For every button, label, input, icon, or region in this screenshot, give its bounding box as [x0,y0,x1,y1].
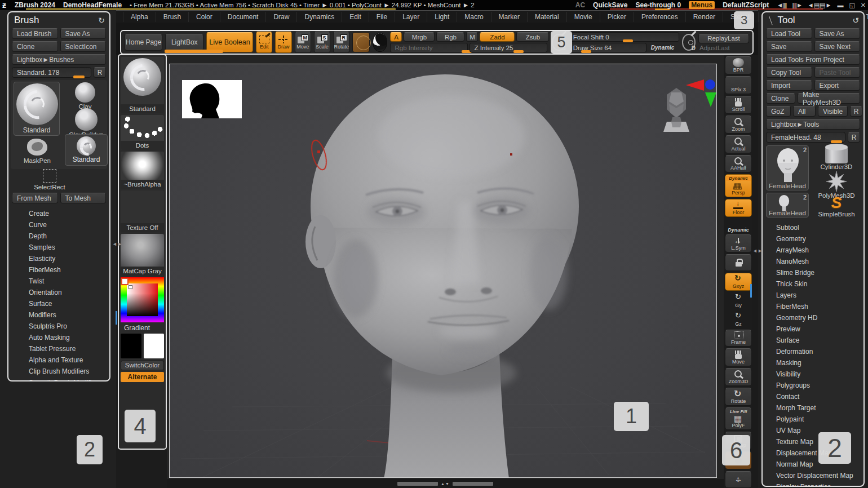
brush-section-item[interactable]: FiberMesh [8,264,109,276]
zsub-toggle[interactable]: Zsub [516,32,549,42]
brush-item-slider-handle[interactable] [73,76,85,78]
brush-r-button[interactable]: R [94,67,106,78]
right-shelf-button[interactable]: Frame [725,330,752,347]
save-tool-button[interactable]: Save [766,41,812,52]
menu-item[interactable]: Marker [491,12,527,22]
next-doc-icon[interactable]: ||||► [792,2,801,8]
draw-size-slider[interactable]: Draw Size 64 [569,43,646,52]
save-as-button[interactable]: Save As [60,28,107,39]
tool-section-item[interactable]: Masking [763,357,863,369]
close-icon[interactable]: ✕ [861,2,866,9]
tool-r-button[interactable]: R [848,132,860,143]
brush-section-item[interactable]: Modifiers [8,309,109,321]
scale-button[interactable]: S Scale [314,32,330,53]
tool-section-item[interactable]: Visibility [763,369,863,380]
brush-section-item[interactable]: Clip Brush Modifiers [8,366,109,377]
right-shelf-button[interactable]: Actual [725,135,752,153]
mrgb-toggle[interactable]: Mrgb [404,32,435,42]
right-shelf-button[interactable]: Zoom [725,116,752,134]
tool-section-item[interactable]: FiberMesh [763,301,863,312]
brush-section-item[interactable]: Curve [8,219,109,230]
brush-section-item[interactable]: Depth [8,230,109,242]
brush-section-item[interactable]: Samples [8,242,109,253]
tool-section-item[interactable]: Morph Target [763,402,863,414]
right-shelf-button[interactable]: Zoom3D [725,368,752,386]
right-shelf-button[interactable]: Gxyz [725,273,752,291]
right-shelf-button[interactable]: BPR [725,56,752,74]
menu-item[interactable]: Dynamics [296,12,342,22]
menu-item[interactable]: Picker [600,12,634,22]
make-polymesh3d-button[interactable]: Make PolyMesh3D [798,93,860,104]
tool-section-item[interactable]: Subtool [763,222,863,233]
stroke-selector[interactable]: Dots [121,115,164,150]
current-tool-thumb[interactable]: 2 FemaleHead [766,145,809,190]
m-toggle[interactable]: M [466,32,478,42]
draw-size-handle[interactable] [581,50,591,53]
tool-item-slider-handle[interactable] [831,140,842,143]
save-next-button[interactable]: Save Next [814,41,861,52]
menu-item[interactable]: Layer [395,12,427,22]
brush-section-item[interactable]: Tablet Pressure [8,343,109,354]
right-shelf-button[interactable]: L.Sym [725,234,752,252]
current-brush-selector[interactable]: Standard [121,57,164,113]
menu-item[interactable]: Edit [342,12,369,22]
color-picker[interactable] [121,277,164,322]
lightbox-tools-button[interactable]: Lightbox►Tools [766,119,860,130]
texture-selector[interactable]: Texture Off [121,190,164,232]
replay-last-button[interactable]: ReplayLast [698,34,749,43]
minimize-icon[interactable]: ▬ [837,2,843,8]
h-scrollbar-left[interactable] [397,482,438,486]
focal-shift-handle[interactable] [623,39,633,42]
save-as-tool-button[interactable]: Save As [814,28,861,39]
lightbox-button[interactable]: LightBox [165,34,203,51]
current-brush-thumb[interactable]: Standard [14,82,60,136]
axis-orientation-gizmo[interactable] [684,77,717,110]
maskpen-brush-thumb[interactable]: MaskPen [19,137,56,164]
standard-small-thumb[interactable]: Standard [65,134,108,166]
main-color-swatch[interactable] [121,334,141,358]
goz-all-button[interactable]: All [793,106,816,117]
replay-stroke-icon[interactable]: D [682,34,696,51]
clone-brush-button[interactable]: Clone [12,41,58,52]
zadd-toggle[interactable]: Zadd [480,32,515,42]
load-tools-from-project-button[interactable]: Load Tools From Project [766,54,860,65]
tool-section-item[interactable]: Geometry HD [763,312,863,323]
current-material-icon[interactable] [373,33,388,52]
dynamic-label[interactable]: Dynamic [651,45,675,51]
tool-section-item[interactable]: ArrayMesh [763,245,863,256]
alpha-selector[interactable]: ~BrushAlpha [121,152,164,189]
menu-item[interactable]: Light [427,12,457,22]
brush-item-slider[interactable]: Standard. 178 [12,67,91,78]
menu-item[interactable]: Color [188,12,220,22]
selectrect-brush-thumb[interactable]: SelectRect [24,169,75,190]
tool-palette-header[interactable]: ╲ Tool ↺ [763,12,863,27]
focal-shift-slider[interactable]: Focal Shift 0 [569,32,679,42]
rgb-intensity-slider[interactable]: Rgb Intensity [390,43,468,52]
current-color-swatch[interactable] [352,32,369,52]
default-zscript-button[interactable]: DefaultZScript [723,1,769,9]
picker-cursor[interactable] [129,285,132,289]
tool-item-slider[interactable]: FemaleHead. 48 [766,132,845,143]
alternate-button[interactable]: Alternate [121,372,164,382]
tool-section-item[interactable]: Display Properties [763,481,863,487]
draw-button[interactable]: Draw [275,32,291,53]
load-tool-button[interactable]: Load Tool [766,28,812,39]
brush-section-item[interactable]: Create [8,208,109,219]
restore-config-icon[interactable]: ↺ [852,16,859,25]
menu-item[interactable]: Preferences [634,12,685,22]
see-through-button[interactable]: See-through 0 [635,1,681,9]
brush-section-item[interactable]: Twist [8,276,109,287]
menu-item[interactable]: Brush [156,12,188,22]
right-tray-toggle-icon[interactable]: ◄► [752,248,763,254]
restore-config-icon[interactable]: ↻ [98,16,105,25]
tool-section-item[interactable]: Contact [763,391,863,402]
menu-item[interactable]: Render [685,12,723,22]
material-selector[interactable]: MatCap Gray [121,234,164,276]
right-shelf-button[interactable]: Move [725,348,752,366]
menu-item[interactable]: Macro [457,12,490,22]
clay-brush-thumb[interactable]: Clay [65,82,105,110]
right-shelf-button[interactable]: SPix 3 [725,76,752,94]
simplebrush-tool-thumb[interactable]: S SimpleBrush [813,195,860,218]
menus-button[interactable]: Menus [689,1,715,9]
secondary-color-swatch[interactable] [144,334,165,358]
